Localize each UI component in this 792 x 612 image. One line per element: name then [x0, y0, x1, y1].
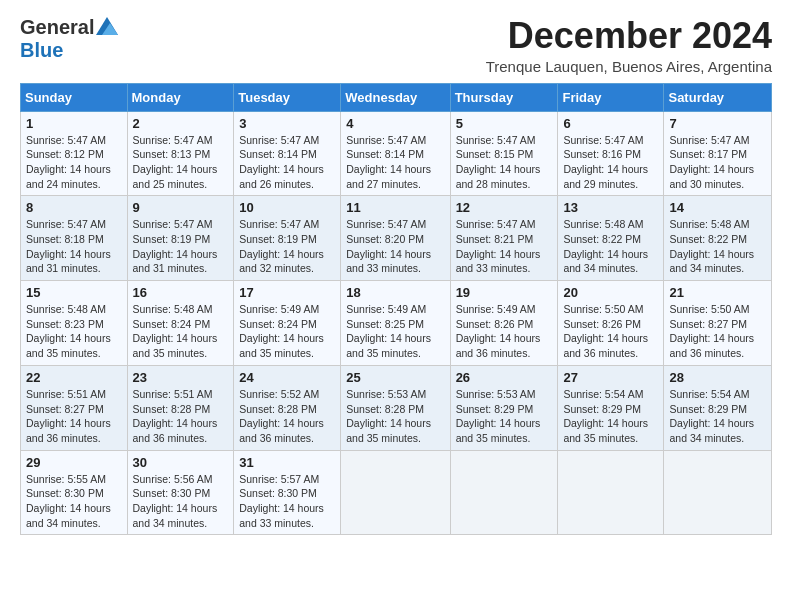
- calendar-cell: 15 Sunrise: 5:48 AMSunset: 8:23 PMDaylig…: [21, 281, 128, 366]
- day-info: Sunrise: 5:47 AMSunset: 8:21 PMDaylight:…: [456, 218, 541, 274]
- day-info: Sunrise: 5:47 AMSunset: 8:20 PMDaylight:…: [346, 218, 431, 274]
- calendar-cell: 19 Sunrise: 5:49 AMSunset: 8:26 PMDaylig…: [450, 281, 558, 366]
- calendar-table: SundayMondayTuesdayWednesdayThursdayFrid…: [20, 83, 772, 536]
- day-info: Sunrise: 5:48 AMSunset: 8:23 PMDaylight:…: [26, 303, 111, 359]
- calendar-cell: 17 Sunrise: 5:49 AMSunset: 8:24 PMDaylig…: [234, 281, 341, 366]
- location-subtitle: Trenque Lauquen, Buenos Aires, Argentina: [486, 58, 772, 75]
- calendar-cell: 28 Sunrise: 5:54 AMSunset: 8:29 PMDaylig…: [664, 365, 772, 450]
- day-info: Sunrise: 5:47 AMSunset: 8:18 PMDaylight:…: [26, 218, 111, 274]
- calendar-cell: 2 Sunrise: 5:47 AMSunset: 8:13 PMDayligh…: [127, 111, 234, 196]
- day-number: 31: [239, 455, 335, 470]
- day-info: Sunrise: 5:53 AMSunset: 8:28 PMDaylight:…: [346, 388, 431, 444]
- day-info: Sunrise: 5:53 AMSunset: 8:29 PMDaylight:…: [456, 388, 541, 444]
- day-info: Sunrise: 5:48 AMSunset: 8:22 PMDaylight:…: [669, 218, 754, 274]
- day-info: Sunrise: 5:50 AMSunset: 8:27 PMDaylight:…: [669, 303, 754, 359]
- day-number: 15: [26, 285, 122, 300]
- calendar-cell: 11 Sunrise: 5:47 AMSunset: 8:20 PMDaylig…: [341, 196, 450, 281]
- calendar-cell: 4 Sunrise: 5:47 AMSunset: 8:14 PMDayligh…: [341, 111, 450, 196]
- calendar-cell: 23 Sunrise: 5:51 AMSunset: 8:28 PMDaylig…: [127, 365, 234, 450]
- calendar-cell: 5 Sunrise: 5:47 AMSunset: 8:15 PMDayligh…: [450, 111, 558, 196]
- logo: General Blue: [20, 16, 118, 62]
- day-info: Sunrise: 5:47 AMSunset: 8:13 PMDaylight:…: [133, 134, 218, 190]
- day-number: 16: [133, 285, 229, 300]
- page-header: General Blue December 2024 Trenque Lauqu…: [20, 16, 772, 75]
- day-number: 22: [26, 370, 122, 385]
- day-info: Sunrise: 5:56 AMSunset: 8:30 PMDaylight:…: [133, 473, 218, 529]
- day-info: Sunrise: 5:50 AMSunset: 8:26 PMDaylight:…: [563, 303, 648, 359]
- calendar-cell: 16 Sunrise: 5:48 AMSunset: 8:24 PMDaylig…: [127, 281, 234, 366]
- calendar-header-row: SundayMondayTuesdayWednesdayThursdayFrid…: [21, 83, 772, 111]
- day-info: Sunrise: 5:52 AMSunset: 8:28 PMDaylight:…: [239, 388, 324, 444]
- day-number: 12: [456, 200, 553, 215]
- calendar-cell: 21 Sunrise: 5:50 AMSunset: 8:27 PMDaylig…: [664, 281, 772, 366]
- title-block: December 2024 Trenque Lauquen, Buenos Ai…: [486, 16, 772, 75]
- day-info: Sunrise: 5:49 AMSunset: 8:24 PMDaylight:…: [239, 303, 324, 359]
- day-number: 20: [563, 285, 658, 300]
- calendar-cell: 20 Sunrise: 5:50 AMSunset: 8:26 PMDaylig…: [558, 281, 664, 366]
- day-number: 10: [239, 200, 335, 215]
- day-number: 9: [133, 200, 229, 215]
- calendar-header-saturday: Saturday: [664, 83, 772, 111]
- calendar-cell: 24 Sunrise: 5:52 AMSunset: 8:28 PMDaylig…: [234, 365, 341, 450]
- calendar-cell: 25 Sunrise: 5:53 AMSunset: 8:28 PMDaylig…: [341, 365, 450, 450]
- day-number: 26: [456, 370, 553, 385]
- day-number: 30: [133, 455, 229, 470]
- calendar-cell: 12 Sunrise: 5:47 AMSunset: 8:21 PMDaylig…: [450, 196, 558, 281]
- calendar-cell: 10 Sunrise: 5:47 AMSunset: 8:19 PMDaylig…: [234, 196, 341, 281]
- day-info: Sunrise: 5:48 AMSunset: 8:22 PMDaylight:…: [563, 218, 648, 274]
- calendar-cell: 30 Sunrise: 5:56 AMSunset: 8:30 PMDaylig…: [127, 450, 234, 535]
- calendar-header-tuesday: Tuesday: [234, 83, 341, 111]
- day-info: Sunrise: 5:47 AMSunset: 8:12 PMDaylight:…: [26, 134, 111, 190]
- day-info: Sunrise: 5:47 AMSunset: 8:19 PMDaylight:…: [133, 218, 218, 274]
- day-number: 3: [239, 116, 335, 131]
- day-info: Sunrise: 5:47 AMSunset: 8:14 PMDaylight:…: [346, 134, 431, 190]
- calendar-week-row: 1 Sunrise: 5:47 AMSunset: 8:12 PMDayligh…: [21, 111, 772, 196]
- day-info: Sunrise: 5:47 AMSunset: 8:15 PMDaylight:…: [456, 134, 541, 190]
- logo-text-blue: Blue: [20, 39, 63, 62]
- day-info: Sunrise: 5:47 AMSunset: 8:17 PMDaylight:…: [669, 134, 754, 190]
- day-number: 7: [669, 116, 766, 131]
- calendar-cell: 6 Sunrise: 5:47 AMSunset: 8:16 PMDayligh…: [558, 111, 664, 196]
- calendar-cell: 18 Sunrise: 5:49 AMSunset: 8:25 PMDaylig…: [341, 281, 450, 366]
- day-info: Sunrise: 5:47 AMSunset: 8:14 PMDaylight:…: [239, 134, 324, 190]
- calendar-cell: 7 Sunrise: 5:47 AMSunset: 8:17 PMDayligh…: [664, 111, 772, 196]
- month-title: December 2024: [486, 16, 772, 56]
- calendar-header-sunday: Sunday: [21, 83, 128, 111]
- day-number: 13: [563, 200, 658, 215]
- calendar-cell: 14 Sunrise: 5:48 AMSunset: 8:22 PMDaylig…: [664, 196, 772, 281]
- day-info: Sunrise: 5:51 AMSunset: 8:28 PMDaylight:…: [133, 388, 218, 444]
- day-number: 2: [133, 116, 229, 131]
- logo-text-general: General: [20, 16, 94, 39]
- calendar-header-friday: Friday: [558, 83, 664, 111]
- day-number: 29: [26, 455, 122, 470]
- calendar-cell: [341, 450, 450, 535]
- day-number: 1: [26, 116, 122, 131]
- day-info: Sunrise: 5:47 AMSunset: 8:19 PMDaylight:…: [239, 218, 324, 274]
- calendar-cell: [558, 450, 664, 535]
- day-number: 8: [26, 200, 122, 215]
- day-number: 23: [133, 370, 229, 385]
- day-info: Sunrise: 5:55 AMSunset: 8:30 PMDaylight:…: [26, 473, 111, 529]
- day-number: 25: [346, 370, 444, 385]
- day-info: Sunrise: 5:47 AMSunset: 8:16 PMDaylight:…: [563, 134, 648, 190]
- day-number: 6: [563, 116, 658, 131]
- calendar-week-row: 15 Sunrise: 5:48 AMSunset: 8:23 PMDaylig…: [21, 281, 772, 366]
- calendar-cell: 8 Sunrise: 5:47 AMSunset: 8:18 PMDayligh…: [21, 196, 128, 281]
- day-info: Sunrise: 5:57 AMSunset: 8:30 PMDaylight:…: [239, 473, 324, 529]
- day-number: 14: [669, 200, 766, 215]
- day-number: 5: [456, 116, 553, 131]
- day-info: Sunrise: 5:51 AMSunset: 8:27 PMDaylight:…: [26, 388, 111, 444]
- day-info: Sunrise: 5:48 AMSunset: 8:24 PMDaylight:…: [133, 303, 218, 359]
- day-info: Sunrise: 5:49 AMSunset: 8:26 PMDaylight:…: [456, 303, 541, 359]
- calendar-header-thursday: Thursday: [450, 83, 558, 111]
- calendar-cell: 26 Sunrise: 5:53 AMSunset: 8:29 PMDaylig…: [450, 365, 558, 450]
- calendar-cell: 13 Sunrise: 5:48 AMSunset: 8:22 PMDaylig…: [558, 196, 664, 281]
- day-info: Sunrise: 5:49 AMSunset: 8:25 PMDaylight:…: [346, 303, 431, 359]
- calendar-cell: 1 Sunrise: 5:47 AMSunset: 8:12 PMDayligh…: [21, 111, 128, 196]
- calendar-cell: 3 Sunrise: 5:47 AMSunset: 8:14 PMDayligh…: [234, 111, 341, 196]
- day-number: 17: [239, 285, 335, 300]
- calendar-week-row: 29 Sunrise: 5:55 AMSunset: 8:30 PMDaylig…: [21, 450, 772, 535]
- day-number: 27: [563, 370, 658, 385]
- calendar-cell: [450, 450, 558, 535]
- logo-bird-icon: [96, 17, 118, 35]
